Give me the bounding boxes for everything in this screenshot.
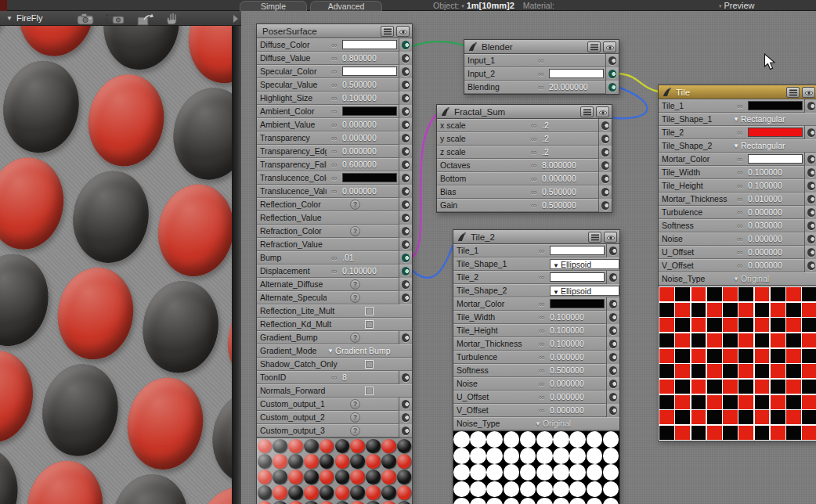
- param-dropdown[interactable]: ▼Original: [732, 274, 816, 283]
- param-value[interactable]: 0.500000: [542, 187, 576, 196]
- connect-node-button[interactable]: ?: [350, 226, 360, 236]
- input-plug-icon[interactable]: [402, 413, 410, 422]
- color-swatch[interactable]: [550, 246, 605, 255]
- link-icon[interactable]: ∞: [533, 83, 549, 91]
- material-value[interactable]: Preview: [724, 1, 754, 10]
- param-value[interactable]: 20.000000: [549, 82, 588, 92]
- link-icon[interactable]: ∞: [327, 254, 342, 261]
- param-dropdown[interactable]: ▼Gradient Bump: [327, 346, 412, 355]
- material-selector[interactable]: ▾ Preview: [719, 0, 755, 11]
- param-value[interactable]: .2: [542, 121, 549, 130]
- node-header-tile[interactable]: Tile: [659, 85, 816, 99]
- link-icon[interactable]: ∞: [327, 267, 342, 275]
- param-checkbox[interactable]: [365, 320, 374, 329]
- param-value[interactable]: 0.100000: [748, 181, 782, 190]
- color-swatch[interactable]: [748, 128, 803, 137]
- node-options-button[interactable]: [587, 41, 601, 52]
- link-icon[interactable]: ∞: [732, 208, 748, 216]
- node-fractal-sum[interactable]: Fractal_Sumx scale∞.2y scale∞.2z scale∞.…: [436, 104, 612, 213]
- param-value[interactable]: 0.500000: [550, 365, 584, 375]
- link-icon[interactable]: ∞: [732, 182, 748, 189]
- input-plug-icon[interactable]: [402, 134, 410, 142]
- link-icon[interactable]: ∞: [327, 134, 342, 142]
- input-plug-icon[interactable]: [601, 148, 609, 157]
- node-collapse-icon[interactable]: [467, 41, 478, 52]
- input-plug-icon[interactable]: [402, 174, 410, 182]
- param-value[interactable]: 0.500000: [542, 200, 576, 210]
- node-options-button[interactable]: [588, 232, 601, 243]
- connect-node-button[interactable]: ?: [350, 399, 360, 409]
- renderer-label[interactable]: FireFly: [16, 13, 43, 23]
- link-icon[interactable]: ∞: [327, 187, 342, 195]
- param-checkbox[interactable]: [365, 387, 374, 395]
- link-icon[interactable]: ∞: [732, 102, 748, 110]
- link-icon[interactable]: ∞: [526, 161, 542, 169]
- node-options-button[interactable]: [580, 106, 594, 117]
- chevron-right-icon[interactable]: [233, 14, 239, 23]
- param-value[interactable]: 0.000000: [342, 146, 377, 156]
- link-icon[interactable]: ∞: [327, 174, 342, 182]
- link-icon[interactable]: ∞: [533, 56, 549, 64]
- input-plug-icon[interactable]: [402, 107, 410, 116]
- param-value[interactable]: 8.000000: [542, 160, 576, 170]
- link-icon[interactable]: ∞: [327, 41, 342, 49]
- node-options-button[interactable]: [786, 87, 800, 98]
- input-plug-icon[interactable]: [608, 56, 616, 65]
- input-plug-icon[interactable]: [601, 175, 609, 183]
- node-header-blender[interactable]: Blender: [464, 40, 619, 54]
- node-options-button[interactable]: [381, 26, 394, 37]
- link-icon[interactable]: ∞: [327, 147, 342, 155]
- link-icon[interactable]: ∞: [534, 406, 550, 414]
- link-icon[interactable]: ∞: [534, 313, 550, 321]
- collapse-triangle-icon[interactable]: ▼: [6, 15, 13, 22]
- param-checkbox[interactable]: [365, 360, 374, 369]
- param-value[interactable]: 0.030000: [748, 221, 782, 230]
- link-icon[interactable]: ∞: [526, 148, 542, 156]
- node-header-fractal-sum[interactable]: Fractal_Sum: [437, 105, 612, 119]
- input-plug-icon[interactable]: [609, 353, 617, 362]
- input-plug-icon[interactable]: [609, 366, 617, 375]
- input-plug-icon[interactable]: [807, 208, 815, 217]
- input-plug-icon[interactable]: [402, 293, 410, 302]
- link-icon[interactable]: ∞: [526, 121, 542, 129]
- input-plug-icon[interactable]: [608, 70, 616, 78]
- param-value[interactable]: 0.000000: [550, 352, 584, 362]
- param-dropdown[interactable]: ▼Ellipsoid: [550, 286, 619, 296]
- render-camera-icon[interactable]: [77, 13, 96, 25]
- object-value[interactable]: 1m[10mm]2: [467, 1, 515, 10]
- link-icon[interactable]: ∞: [533, 70, 549, 77]
- input-plug-icon[interactable]: [609, 340, 617, 348]
- param-dropdown[interactable]: ▼Original: [534, 419, 619, 428]
- input-plug-icon[interactable]: [807, 261, 815, 270]
- connect-node-button[interactable]: ?: [350, 200, 360, 210]
- chevron-down-icon[interactable]: ▾: [719, 3, 722, 9]
- link-icon[interactable]: ∞: [526, 188, 542, 196]
- link-icon[interactable]: ∞: [327, 121, 342, 128]
- color-swatch[interactable]: [748, 154, 803, 164]
- link-icon[interactable]: ∞: [732, 235, 748, 243]
- param-value[interactable]: .01: [342, 253, 354, 262]
- input-plug-icon[interactable]: [608, 83, 616, 92]
- link-icon[interactable]: ∞: [534, 340, 550, 347]
- chevron-down-icon[interactable]: ▾: [461, 3, 464, 9]
- param-value[interactable]: 0.000000: [542, 174, 576, 183]
- link-icon[interactable]: ∞: [534, 273, 550, 281]
- link-icon[interactable]: ∞: [534, 247, 550, 254]
- dropdown-box[interactable]: ▼Ellipsoid: [550, 259, 619, 269]
- input-plug-icon[interactable]: [807, 221, 815, 230]
- color-swatch[interactable]: [550, 299, 605, 308]
- input-plug-icon[interactable]: [402, 187, 410, 196]
- input-plug-icon[interactable]: [402, 373, 410, 382]
- link-icon[interactable]: ∞: [526, 135, 542, 142]
- input-plug-icon[interactable]: [609, 380, 617, 388]
- link-icon[interactable]: ∞: [732, 221, 748, 229]
- node-collapse-icon[interactable]: [456, 232, 468, 243]
- param-dropdown[interactable]: ▼Rectangular: [732, 114, 816, 124]
- link-icon[interactable]: ∞: [534, 300, 550, 308]
- input-plug-icon[interactable]: [601, 188, 609, 196]
- pane-divider[interactable]: [232, 26, 241, 504]
- param-dropdown[interactable]: ▼Ellipsoid: [550, 259, 619, 269]
- shader-node-editor[interactable]: PoserSurfaceDiffuse_Color∞Diffuse_Value∞…: [241, 11, 816, 504]
- input-plug-icon[interactable]: [807, 155, 815, 164]
- input-plug-icon[interactable]: [807, 168, 815, 177]
